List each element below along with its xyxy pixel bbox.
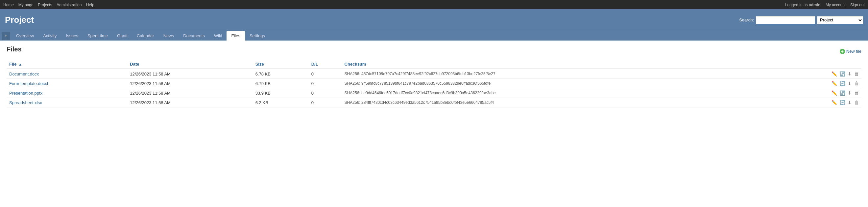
new-file-button[interactable]: + New file	[840, 49, 861, 54]
file-actions-cell: ✏️ 🔄 ⬇ 🗑	[769, 88, 861, 98]
edit-icon[interactable]: ✏️	[832, 90, 837, 96]
file-dl-cell: 0	[309, 69, 342, 79]
tab-activity[interactable]: Activity	[38, 31, 61, 41]
tab-spent-time[interactable]: Spent time	[83, 31, 113, 41]
table-header-row: File ▲ Date Size D/L Checksum	[7, 60, 861, 69]
file-name-cell: Spreadsheet.xlsx	[7, 98, 127, 107]
download-icon[interactable]: ⬇	[848, 100, 851, 105]
nav-help[interactable]: Help	[86, 3, 94, 7]
nav-projects[interactable]: Projects	[38, 3, 52, 7]
file-link[interactable]: Presentation.pptx	[9, 90, 42, 96]
tab-gantt[interactable]: Gantt	[113, 31, 132, 41]
download-icon[interactable]: ⬇	[848, 81, 851, 86]
main-content: Files + New file File ▲ Date Size D/L Ch…	[0, 41, 868, 112]
search-area: Search: Project	[739, 16, 863, 24]
file-name-cell: Presentation.pptx	[7, 88, 127, 98]
files-table: File ▲ Date Size D/L Checksum Document.d…	[7, 60, 861, 107]
top-navigation: Home My page Projects Administration Hel…	[0, 0, 868, 9]
col-file[interactable]: File ▲	[7, 60, 127, 69]
nav-mypage[interactable]: My page	[19, 3, 34, 7]
files-header-row: Files + New file	[7, 46, 861, 57]
project-title: Project	[5, 15, 34, 25]
edit-icon[interactable]: ✏️	[832, 100, 837, 105]
nav-administration[interactable]: Administration	[57, 3, 82, 7]
refresh-icon[interactable]: 🔄	[840, 71, 845, 76]
file-name-cell: Document.docx	[7, 69, 127, 79]
new-file-label: New file	[846, 49, 861, 54]
delete-icon[interactable]: 🗑	[854, 100, 859, 105]
file-name-cell: Form template.docxf	[7, 79, 127, 88]
file-dl-cell: 0	[309, 79, 342, 88]
file-link[interactable]: Spreadsheet.xlsx	[9, 100, 42, 105]
file-actions-cell: ✏️ 🔄 ⬇ 🗑	[769, 79, 861, 88]
col-date[interactable]: Date	[127, 60, 252, 69]
file-date-cell: 12/26/2023 11:58 AM	[127, 88, 252, 98]
file-dl-cell: 0	[309, 98, 342, 107]
refresh-icon[interactable]: 🔄	[840, 90, 845, 96]
search-input[interactable]	[756, 16, 815, 24]
search-scope-select[interactable]: Project	[817, 16, 863, 24]
delete-icon[interactable]: 🗑	[854, 81, 859, 86]
table-row: Form template.docxf 12/26/2023 11:58 AM …	[7, 79, 861, 88]
file-size-cell: 33.9 KB	[253, 88, 309, 98]
file-checksum-cell: SHA256: be9dd4646fec5017dedf7cc0a9821cf4…	[342, 88, 769, 98]
tab-settings[interactable]: Settings	[245, 31, 270, 41]
page-title: Files	[7, 46, 22, 53]
file-size-cell: 6.2 KB	[253, 98, 309, 107]
file-size-cell: 6.78 KB	[253, 69, 309, 79]
tab-navigation: + Overview Activity Issues Spent time Ga…	[0, 31, 868, 41]
add-tab-button[interactable]: +	[2, 32, 10, 40]
file-date-cell: 12/26/2023 11:58 AM	[127, 98, 252, 107]
download-icon[interactable]: ⬇	[848, 71, 851, 76]
file-dl-cell: 0	[309, 88, 342, 98]
my-account-link[interactable]: My account	[826, 3, 846, 7]
col-size[interactable]: Size	[253, 60, 309, 69]
file-checksum-cell: SHA256: 284fff7430cd4c03c63449ed3a5612c7…	[342, 98, 769, 107]
col-dl[interactable]: D/L	[309, 60, 342, 69]
file-checksum-cell: SHA256: 457dc57108e797a7c429f7488ee92f92…	[342, 69, 769, 79]
table-row: Document.docx 12/26/2023 11:58 AM 6.78 K…	[7, 69, 861, 79]
file-date-cell: 12/26/2023 11:58 AM	[127, 69, 252, 79]
tab-overview[interactable]: Overview	[11, 31, 38, 41]
delete-icon[interactable]: 🗑	[854, 90, 859, 96]
file-actions-cell: ✏️ 🔄 ⬇ 🗑	[769, 98, 861, 107]
table-row: Spreadsheet.xlsx 12/26/2023 11:58 AM 6.2…	[7, 98, 861, 107]
file-link[interactable]: Form template.docxf	[9, 81, 48, 86]
file-date-cell: 12/26/2023 11:58 AM	[127, 79, 252, 88]
tab-documents[interactable]: Documents	[179, 31, 210, 41]
file-link[interactable]: Document.docx	[9, 72, 39, 76]
sign-out-link[interactable]: Sign out	[850, 3, 865, 7]
tab-files[interactable]: Files	[226, 31, 245, 41]
search-label: Search:	[739, 18, 754, 22]
file-size-cell: 6.79 KB	[253, 79, 309, 88]
table-row: Presentation.pptx 12/26/2023 11:58 AM 33…	[7, 88, 861, 98]
refresh-icon[interactable]: 🔄	[840, 100, 845, 105]
top-nav-right: Logged in as admin My account Sign out	[785, 2, 865, 7]
col-actions	[769, 60, 861, 69]
top-nav-left: Home My page Projects Administration Hel…	[3, 2, 98, 7]
logged-in-text: Logged in as admin	[785, 3, 820, 7]
nav-home[interactable]: Home	[3, 3, 14, 7]
download-icon[interactable]: ⬇	[848, 90, 851, 96]
new-file-plus-icon: +	[840, 49, 845, 54]
sort-icon: ▲	[19, 62, 22, 66]
col-checksum: Checksum	[342, 60, 769, 69]
file-actions-cell: ✏️ 🔄 ⬇ 🗑	[769, 69, 861, 79]
tab-news[interactable]: News	[159, 31, 179, 41]
delete-icon[interactable]: 🗑	[854, 71, 859, 76]
edit-icon[interactable]: ✏️	[832, 71, 837, 76]
page-header: Project Search: Project	[0, 9, 868, 31]
edit-icon[interactable]: ✏️	[832, 81, 837, 86]
file-checksum-cell: SHA256: 9ff599fc8c7785139bf641c797e2bad0…	[342, 79, 769, 88]
tab-issues[interactable]: Issues	[61, 31, 83, 41]
tab-calendar[interactable]: Calendar	[132, 31, 159, 41]
tab-wiki[interactable]: Wiki	[210, 31, 227, 41]
refresh-icon[interactable]: 🔄	[840, 81, 845, 86]
